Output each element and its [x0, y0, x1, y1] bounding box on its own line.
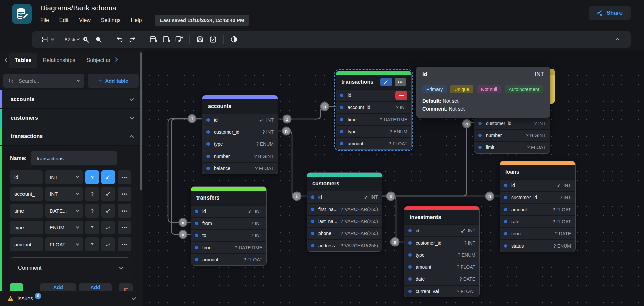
collapse-toolbar-button[interactable] — [613, 35, 622, 44]
save-button[interactable] — [195, 35, 205, 44]
table-field-row[interactable]: amount? FLOAT — [500, 204, 575, 215]
table-field-row[interactable]: limit? FLOAT — [474, 142, 550, 153]
theme-toggle-button[interactable] — [229, 35, 239, 44]
table-field-row[interactable]: amount? FLOAT — [336, 138, 411, 149]
comment-collapse[interactable]: Comment — [11, 257, 130, 278]
table-field-row[interactable]: date? DATE — [404, 273, 479, 285]
field-name-input[interactable]: account_ — [10, 187, 43, 201]
table-field-row[interactable]: amount? FLOAT — [404, 261, 479, 273]
primary-key-toggle-button[interactable] — [101, 170, 115, 184]
table-field-row[interactable]: type? ENUM — [336, 126, 411, 137]
table-field-row[interactable]: rate? FLOAT — [500, 216, 575, 227]
table-field-row[interactable]: type? ENUM — [202, 138, 278, 150]
table-field-row[interactable]: type? ENUM — [404, 249, 479, 261]
table-field-row[interactable]: first_na...? VARCHAR(255) — [307, 204, 382, 215]
field-name-input[interactable]: amount — [10, 237, 43, 251]
todo-button[interactable] — [208, 35, 218, 44]
nullable-toggle-button[interactable]: ? — [85, 204, 99, 218]
table-field-row[interactable]: last_na...? VARCHAR(255) — [307, 216, 382, 227]
menu-edit[interactable]: Edit — [59, 17, 69, 23]
table-field-row[interactable]: idINT — [191, 206, 266, 217]
field-name-input[interactable]: id — [10, 170, 43, 184]
add-area-button[interactable] — [162, 35, 171, 44]
redo-button[interactable] — [128, 35, 137, 44]
canvas-table-accounts[interactable]: accountsidINTcustomer_id? INTtype? ENUMn… — [202, 95, 278, 174]
table-field-row[interactable]: customer_id? INT — [474, 118, 550, 129]
canvas-table-loans[interactable]: loansidINTcustomer_id? INTamount? FLOATr… — [500, 161, 576, 252]
field-name-input[interactable]: time — [10, 204, 43, 218]
sidebar-table-accounts[interactable]: accounts — [0, 90, 143, 109]
primary-key-toggle-button[interactable] — [101, 237, 115, 251]
chevron-sm-icon[interactable] — [76, 192, 79, 195]
table-field-row[interactable]: time? DATETIME — [191, 242, 266, 253]
table-field-row[interactable]: time? DATETIME — [336, 114, 411, 125]
zoom-out-button[interactable] — [94, 35, 103, 44]
table-more-button[interactable]: ••• — [395, 78, 406, 86]
table-name-input[interactable]: transactions — [31, 151, 117, 165]
nullable-toggle-button[interactable]: ? — [85, 237, 99, 251]
chevron-down-icon[interactable] — [130, 115, 134, 120]
table-field-row[interactable]: idINT — [404, 225, 479, 236]
table-field-row[interactable]: customer_id? INT — [404, 237, 479, 249]
sidebar-table-customers[interactable]: customers — [0, 109, 143, 127]
chevron-up-icon[interactable] — [130, 135, 134, 139]
zoom-level[interactable]: 82% — [65, 37, 75, 42]
share-button[interactable]: Share — [589, 6, 631, 20]
add-table-button[interactable] — [149, 35, 158, 44]
relationship-path[interactable] — [382, 196, 404, 242]
relationship-path[interactable] — [278, 131, 307, 196]
search-input[interactable]: Search... — [3, 74, 84, 88]
table-field-row[interactable]: customer_id? INT — [500, 192, 575, 203]
menu-view[interactable]: View — [79, 17, 90, 23]
remove-field-button[interactable] — [395, 91, 407, 100]
chevron-down-icon[interactable] — [119, 265, 123, 269]
chevron-sm-icon[interactable] — [76, 225, 79, 229]
field-name-input[interactable]: type — [10, 221, 43, 234]
field-more-button[interactable]: ••• — [118, 237, 131, 251]
primary-key-toggle-button[interactable] — [101, 204, 115, 218]
table-field-row[interactable]: phone? VARCHAR(255) — [307, 228, 382, 239]
layout-caret-icon[interactable] — [51, 37, 54, 40]
sidebar-scrollbar[interactable] — [140, 52, 142, 190]
menu-help[interactable]: Help — [131, 17, 142, 23]
field-type-select[interactable]: FLOAT — [45, 237, 83, 251]
table-field-row[interactable]: idINT — [202, 114, 278, 126]
table-field-row[interactable]: customer_id? INT — [202, 126, 278, 138]
canvas-table-investments[interactable]: investmentsidINTcustomer_id? INTtype? EN… — [404, 206, 480, 297]
field-type-select[interactable]: INT — [45, 187, 83, 201]
search-caret-icon[interactable] — [77, 79, 80, 82]
field-more-button[interactable]: ••• — [118, 187, 131, 201]
table-field-row[interactable]: address? VARCHAR(255) — [307, 240, 382, 251]
chevron-sm-icon[interactable] — [76, 209, 79, 212]
table-field-row[interactable]: number? BIGINT — [474, 130, 550, 141]
field-more-button[interactable]: ••• — [118, 204, 131, 218]
table-field-row[interactable]: current_val? FLOAT — [404, 286, 479, 297]
tabs-scroll-left-icon[interactable] — [5, 58, 9, 62]
table-field-row[interactable]: to? INT — [191, 230, 266, 241]
zoom-caret-icon[interactable] — [77, 37, 80, 40]
tab-tables[interactable]: Tables — [9, 53, 37, 68]
tab-subject-ar[interactable]: Subject ar — [81, 53, 113, 68]
canvas-table-customers[interactable]: customersidINTfirst_na...? VARCHAR(255)l… — [307, 172, 382, 252]
issues-chevron-icon[interactable] — [132, 296, 136, 300]
diagram-canvas[interactable]: accountsidINTcustomer_id? INTtype? ENUMn… — [143, 51, 644, 306]
canvas-table-transfers[interactable]: transfersidINTfrom? INTto? INTtime? DATE… — [191, 186, 267, 266]
chevron-down-icon[interactable] — [130, 97, 134, 101]
table-field-row[interactable]: balance? FLOAT — [202, 163, 278, 174]
issues-bar[interactable]: Issues 0 — [0, 291, 143, 306]
add-table-sidebar-button[interactable]: + Add table — [88, 74, 139, 88]
primary-key-toggle-button[interactable] — [101, 187, 115, 201]
field-type-select[interactable]: DATE... — [45, 204, 83, 218]
add-note-button[interactable] — [174, 35, 184, 44]
edit-table-button[interactable] — [380, 78, 392, 86]
undo-button[interactable] — [115, 35, 124, 44]
table-field-row[interactable]: account_id? INT — [336, 102, 411, 113]
table-field-row[interactable]: idINT — [500, 180, 575, 191]
tabs-scroll-right-icon[interactable] — [113, 57, 118, 62]
nullable-toggle-button[interactable]: ? — [85, 187, 99, 201]
layout-mode-button[interactable] — [40, 35, 50, 44]
menu-file[interactable]: File — [40, 17, 49, 23]
field-more-button[interactable]: ••• — [118, 221, 131, 234]
zoom-in-button[interactable] — [81, 35, 90, 44]
menu-settings[interactable]: Settings — [101, 17, 121, 23]
